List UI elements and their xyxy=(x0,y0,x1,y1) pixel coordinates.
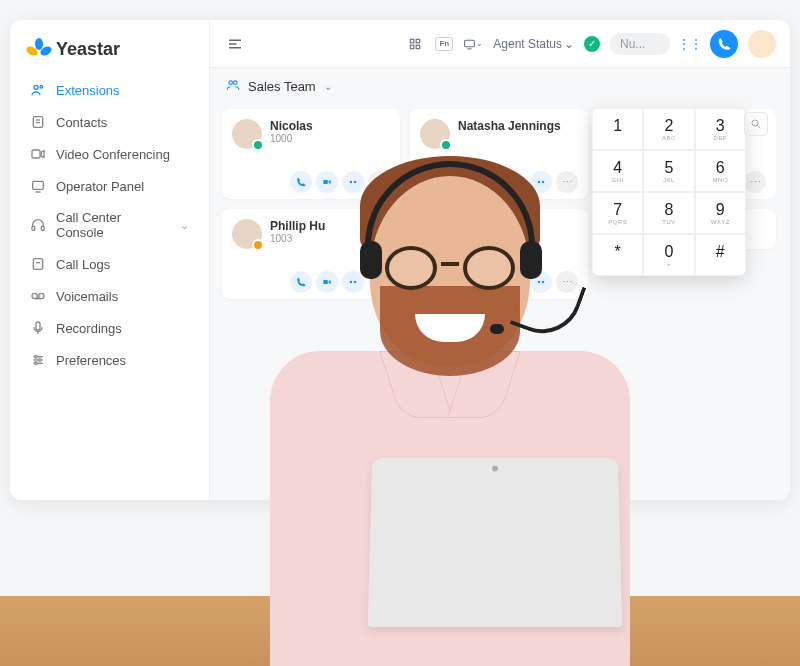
chevron-down-icon: ⌄ xyxy=(324,81,332,92)
preferences-icon xyxy=(30,352,46,368)
svg-line-56 xyxy=(758,126,761,129)
svg-point-55 xyxy=(752,120,758,126)
svg-rect-5 xyxy=(32,150,40,158)
sidebar-item-label: Recordings xyxy=(56,321,122,336)
sidebar-item-voicemails[interactable]: Voicemails xyxy=(20,280,199,312)
grid-view-icon[interactable] xyxy=(405,34,425,54)
brand-name: Yeastar xyxy=(56,39,120,60)
svg-point-0 xyxy=(34,85,38,89)
sidebar-item-video-conferencing[interactable]: Video Conferencing xyxy=(20,138,199,170)
sidebar-item-label: Call Center Console xyxy=(56,210,170,240)
dial-number-input[interactable]: Nu... xyxy=(610,33,670,55)
voicemail-icon xyxy=(30,288,46,304)
video-icon xyxy=(30,146,46,162)
sidebar-item-preferences[interactable]: Preferences xyxy=(20,344,199,376)
team-name: Sales Team xyxy=(248,79,316,94)
dialpad-key-2[interactable]: 2ABC xyxy=(643,108,694,150)
more-action[interactable]: ⋯ xyxy=(744,171,766,193)
svg-rect-29 xyxy=(411,45,415,49)
dialpad-key-9[interactable]: 9WXYZ xyxy=(695,192,746,234)
search-icon[interactable] xyxy=(744,112,768,136)
operator-panel-icon xyxy=(30,178,46,194)
sidebar-item-recordings[interactable]: Recordings xyxy=(20,312,199,344)
svg-rect-16 xyxy=(36,322,40,330)
svg-rect-9 xyxy=(32,226,35,230)
svg-point-33 xyxy=(229,81,233,85)
sidebar-item-label: Preferences xyxy=(56,353,126,368)
laptop xyxy=(368,458,623,627)
svg-rect-11 xyxy=(33,259,42,270)
brand-logo: Yeastar xyxy=(20,38,199,74)
sidebar-item-label: Contacts xyxy=(56,115,107,130)
call-logs-icon xyxy=(30,256,46,272)
svg-point-34 xyxy=(234,81,238,85)
fn-icon[interactable]: Fn xyxy=(435,37,453,51)
extensions-icon xyxy=(30,82,46,98)
svg-point-1 xyxy=(40,85,43,88)
chevron-down-icon: ⌄ xyxy=(180,219,189,232)
user-avatar[interactable] xyxy=(748,30,776,58)
headset-icon xyxy=(30,217,46,233)
svg-rect-30 xyxy=(416,45,420,49)
chevron-down-icon: ⌄ xyxy=(564,37,574,51)
sidebar-item-label: Operator Panel xyxy=(56,179,144,194)
svg-rect-7 xyxy=(33,181,44,189)
microphone-icon xyxy=(30,320,46,336)
svg-rect-31 xyxy=(465,40,475,47)
extension-number: 1000 xyxy=(270,133,313,144)
dialpad-key-1[interactable]: 1 xyxy=(592,108,643,150)
extension-name: Natasha Jennings xyxy=(458,119,561,133)
monitor-icon[interactable]: ⌄ xyxy=(463,34,483,54)
sidebar-item-label: Extensions xyxy=(56,83,120,98)
sidebar-item-label: Voicemails xyxy=(56,289,118,304)
dialpad-key-6[interactable]: 6MNO xyxy=(695,150,746,192)
avatar xyxy=(420,119,450,149)
svg-point-14 xyxy=(39,293,44,298)
contacts-icon xyxy=(30,114,46,130)
svg-point-21 xyxy=(35,355,38,358)
svg-rect-10 xyxy=(41,226,44,230)
status-badge xyxy=(440,139,452,151)
collapse-menu-icon[interactable] xyxy=(224,33,246,55)
avatar xyxy=(232,119,262,149)
sidebar-item-label: Call Logs xyxy=(56,257,110,272)
svg-point-23 xyxy=(35,362,38,365)
svg-point-13 xyxy=(32,293,37,298)
yeastar-logo-icon xyxy=(28,38,50,60)
status-indicator[interactable]: ✓ xyxy=(584,36,600,52)
svg-rect-28 xyxy=(416,39,420,43)
dialpad-key-3[interactable]: 3DEF xyxy=(695,108,746,150)
agent-status-dropdown[interactable]: Agent Status⌄ xyxy=(493,37,574,51)
team-icon xyxy=(226,78,240,95)
sidebar-item-label: Video Conferencing xyxy=(56,147,170,162)
sidebar-item-call-logs[interactable]: Call Logs xyxy=(20,248,199,280)
sidebar-item-contacts[interactable]: Contacts xyxy=(20,106,199,138)
svg-marker-6 xyxy=(41,151,44,158)
sidebar-item-call-center-console[interactable]: Call Center Console ⌄ xyxy=(20,202,199,248)
topbar: Fn ⌄ Agent Status⌄ ✓ Nu... ⋮⋮ xyxy=(210,20,790,68)
dialpad-key-hash[interactable]: # xyxy=(695,234,746,276)
sidebar: Yeastar Extensions Contacts Video Confer… xyxy=(10,20,210,500)
dialpad-icon[interactable]: ⋮⋮ xyxy=(680,34,700,54)
svg-rect-27 xyxy=(411,39,415,43)
extension-name: Nicolas xyxy=(270,119,313,133)
sidebar-item-extensions[interactable]: Extensions xyxy=(20,74,199,106)
call-button[interactable] xyxy=(710,30,738,58)
person-foreground xyxy=(240,156,660,666)
svg-point-22 xyxy=(39,359,42,362)
status-badge xyxy=(252,139,264,151)
sidebar-item-operator-panel[interactable]: Operator Panel xyxy=(20,170,199,202)
team-header[interactable]: Sales Team ⌄ xyxy=(210,68,790,105)
